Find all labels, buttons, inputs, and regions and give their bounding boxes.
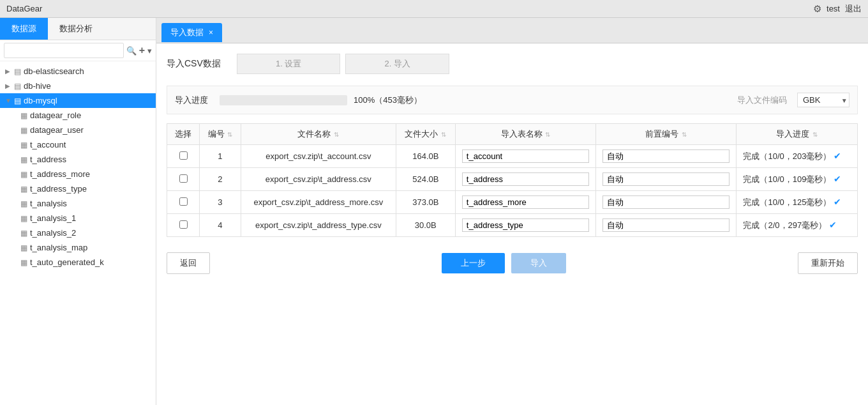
tree-label-t_analysis_map: t_analysis_map bbox=[30, 243, 87, 252]
table-row: 3export_csv.zip\t_address_more.csv373.0B… bbox=[167, 191, 858, 214]
col-header-select: 选择 bbox=[167, 124, 200, 145]
row-checkbox-3[interactable] bbox=[179, 220, 188, 229]
sidebar-item-t_address_more[interactable]: ▦t_address_more bbox=[0, 167, 156, 181]
table-icon: ▦ bbox=[20, 243, 27, 252]
encoding-label: 导入文件编码 bbox=[737, 95, 787, 106]
restart-button[interactable]: 重新开始 bbox=[798, 252, 858, 274]
row-checkbox-2[interactable] bbox=[179, 197, 188, 206]
footer-buttons: 返回 上一步 导入 重新开始 bbox=[167, 246, 858, 277]
tree-label-t_analysis_2: t_analysis_2 bbox=[30, 228, 76, 238]
sidebar-item-t_analysis_1[interactable]: ▦t_analysis_1 bbox=[0, 211, 156, 225]
prev-step-button[interactable]: 上一步 bbox=[442, 253, 505, 273]
db-icon: ▤ bbox=[14, 67, 21, 76]
sidebar-item-t_analysis[interactable]: ▦t_analysis bbox=[0, 196, 156, 211]
row-prefix-input-1[interactable] bbox=[602, 172, 730, 186]
row-filename-0: export_csv.zip\t_account.csv bbox=[241, 145, 396, 168]
row-tablename-input-3[interactable] bbox=[462, 218, 589, 232]
sort-icon-prefix: ⇅ bbox=[680, 131, 687, 138]
content-tabs: 导入数据 × bbox=[156, 18, 868, 43]
sidebar-item-db-hive[interactable]: ▶▤db-hive bbox=[0, 79, 156, 93]
sidebar-toolbar: 🔍 + ▾ bbox=[0, 40, 156, 61]
tree-label-t_address: t_address bbox=[30, 155, 66, 164]
search-button[interactable]: 🔍 bbox=[126, 46, 137, 56]
row-select-cell bbox=[167, 191, 200, 214]
table-head: 选择编号 ⇅文件名称 ⇅文件大小 ⇅导入表名称 ⇅前置编号 ⇅导入进度 ⇅ bbox=[167, 124, 858, 145]
step1-button[interactable]: 1. 设置 bbox=[237, 54, 340, 74]
sidebar-item-t_address[interactable]: ▦t_address bbox=[0, 152, 156, 167]
col-header-prefix[interactable]: 前置编号 ⇅ bbox=[596, 124, 737, 145]
table-row: 4export_csv.zip\t_address_type.csv30.0B完… bbox=[167, 214, 858, 237]
panel: 导入CSV数据 1. 设置 2. 导入 导入进度 100%（453毫秒） 导入文… bbox=[156, 43, 868, 405]
more-button[interactable]: ▾ bbox=[147, 46, 152, 56]
col-header-progress[interactable]: 导入进度 ⇅ bbox=[737, 124, 858, 145]
row-filesize-0: 164.0B bbox=[396, 145, 455, 168]
sidebar-item-datagear_user[interactable]: ▦datagear_user bbox=[0, 123, 156, 137]
row-prefix-input-3[interactable] bbox=[602, 218, 730, 232]
col-header-filesize[interactable]: 文件大小 ⇅ bbox=[396, 124, 455, 145]
table-icon: ▦ bbox=[20, 214, 27, 223]
row-progress-check-1: ✔ bbox=[834, 174, 841, 184]
back-button[interactable]: 返回 bbox=[167, 252, 210, 274]
sidebar-item-t_account[interactable]: ▦t_account bbox=[0, 137, 156, 152]
tree-label-t_auto_generated_k: t_auto_generated_k bbox=[30, 257, 104, 267]
table-icon: ▦ bbox=[20, 141, 27, 149]
encoding-select[interactable]: GBKUTF-8GB2312 bbox=[797, 93, 849, 107]
col-header-tablename[interactable]: 导入表名称 ⇅ bbox=[455, 124, 595, 145]
tab-close-btn[interactable]: × bbox=[209, 28, 213, 37]
sidebar-item-t_address_type[interactable]: ▦t_address_type bbox=[0, 181, 156, 196]
row-filesize-1: 524.0B bbox=[396, 168, 455, 191]
sidebar-item-db-elasticsearch[interactable]: ▶▤db-elasticsearch bbox=[0, 64, 156, 79]
main-layout: 数据源 数据分析 🔍 + ▾ ▶▤db-elasticsearch▶▤db-hi… bbox=[0, 18, 868, 405]
row-prefix-cell-0 bbox=[596, 145, 737, 168]
row-checkbox-0[interactable] bbox=[179, 151, 188, 160]
progress-text: 100%（453毫秒） bbox=[354, 95, 424, 106]
sort-icon-filename: ⇅ bbox=[332, 131, 339, 138]
search-input[interactable] bbox=[4, 43, 124, 58]
table-row: 2export_csv.zip\t_address.csv524.0B完成（10… bbox=[167, 168, 858, 191]
tree-label-db-elasticsearch: db-elasticsearch bbox=[24, 66, 84, 76]
row-prefix-cell-2 bbox=[596, 191, 737, 214]
import-header: 导入CSV数据 1. 设置 2. 导入 bbox=[167, 54, 858, 74]
row-no-2: 3 bbox=[200, 191, 241, 214]
row-tablename-cell-0 bbox=[455, 145, 595, 168]
row-prefix-input-0[interactable] bbox=[602, 149, 730, 163]
row-prefix-input-2[interactable] bbox=[602, 195, 730, 209]
table-icon: ▦ bbox=[20, 258, 27, 267]
add-button[interactable]: + bbox=[139, 45, 145, 56]
table-body: 1export_csv.zip\t_account.csv164.0B完成（10… bbox=[167, 145, 858, 237]
row-tablename-input-1[interactable] bbox=[462, 172, 589, 186]
sidebar-item-t_analysis_2[interactable]: ▦t_analysis_2 bbox=[0, 225, 156, 240]
sidebar-item-datagear_role[interactable]: ▦datagear_role bbox=[0, 108, 156, 123]
sidebar-item-t_auto_generated_k[interactable]: ▦t_auto_generated_k bbox=[0, 255, 156, 270]
row-select-cell bbox=[167, 145, 200, 168]
tree-label-t_analysis_1: t_analysis_1 bbox=[30, 213, 76, 223]
import-button[interactable]: 导入 bbox=[511, 253, 566, 273]
row-tablename-input-2[interactable] bbox=[462, 195, 589, 209]
sort-icon-filesize: ⇅ bbox=[439, 131, 446, 138]
tree-label-datagear_user: datagear_user bbox=[30, 125, 84, 135]
row-filename-3: export_csv.zip\t_address_type.csv bbox=[241, 214, 396, 237]
col-header-no[interactable]: 编号 ⇅ bbox=[200, 124, 241, 145]
tab-datasource[interactable]: 数据源 bbox=[0, 18, 48, 40]
tree-label-db-mysql: db-mysql bbox=[24, 96, 57, 105]
tab-analysis[interactable]: 数据分析 bbox=[48, 18, 104, 40]
table-icon: ▦ bbox=[20, 185, 27, 194]
content-tab-import[interactable]: 导入数据 × bbox=[161, 23, 222, 42]
row-tablename-input-0[interactable] bbox=[462, 149, 589, 163]
sort-icon-progress: ⇅ bbox=[811, 131, 818, 138]
table-icon: ▦ bbox=[20, 229, 27, 238]
sidebar-item-t_analysis_map[interactable]: ▦t_analysis_map bbox=[0, 240, 156, 255]
col-header-filename[interactable]: 文件名称 ⇅ bbox=[241, 124, 396, 145]
row-checkbox-1[interactable] bbox=[179, 174, 188, 183]
tree-arrow-db-hive: ▶ bbox=[5, 82, 14, 89]
sidebar-item-db-mysql[interactable]: ▼▤db-mysql bbox=[0, 93, 156, 108]
progress-row: 导入进度 100%（453毫秒） 导入文件编码 GBKUTF-8GB2312 ▾ bbox=[167, 86, 858, 114]
row-progress-0: 完成（10/0，203毫秒） ✔ bbox=[737, 145, 858, 168]
step2-button[interactable]: 2. 导入 bbox=[345, 54, 449, 74]
settings-icon[interactable]: ⚙ bbox=[813, 3, 821, 15]
row-prefix-cell-3 bbox=[596, 214, 737, 237]
table-icon: ▦ bbox=[20, 199, 27, 208]
sort-icon-no: ⇅ bbox=[226, 131, 233, 138]
logout-btn[interactable]: 退出 bbox=[845, 3, 862, 15]
import-table: 选择编号 ⇅文件名称 ⇅文件大小 ⇅导入表名称 ⇅前置编号 ⇅导入进度 ⇅ 1e… bbox=[167, 123, 858, 237]
